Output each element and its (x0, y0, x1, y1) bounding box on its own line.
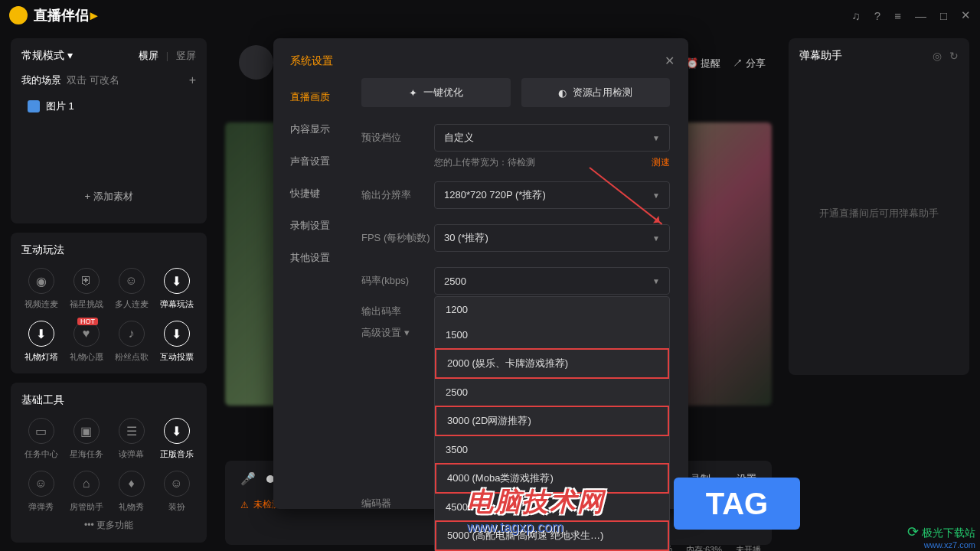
titlebar-controls: ♫ ? ≡ — □ ✕ (852, 8, 971, 22)
bitrate-dropdown: 120015002000 (娱乐、卡牌游戏推荐)25003000 (2D网游推荐… (434, 296, 670, 551)
bitrate-option[interactable]: 4000 (Moba类游戏推荐) (435, 463, 669, 494)
orientation-tabs: 横屏 | 竖屏 (134, 49, 196, 63)
bitrate-option[interactable]: 2500 (435, 380, 669, 405)
tool-label: 多人连麦 (115, 298, 149, 310)
app-logo: 直播伴侣 ▸ (9, 6, 97, 24)
bitrate-option[interactable]: 3500 (435, 437, 669, 462)
modal-title: 系统设置 (290, 54, 333, 68)
share-button[interactable]: ↗ 分享 (733, 57, 766, 70)
tool-label: 礼物灯塔 (24, 351, 58, 363)
bitrate-select[interactable]: 2500▼ (434, 267, 670, 295)
menu-icon[interactable]: ≡ (894, 9, 901, 22)
caret-icon: ▼ (652, 134, 660, 142)
interact-title: 互动玩法 (21, 243, 196, 257)
resolution-select[interactable]: 980*551 720P (*推荐)▼ (434, 181, 670, 209)
tool-多人连麦[interactable]: ☺多人连麦 (112, 268, 151, 310)
bitrate-option[interactable]: 4500 (435, 494, 669, 520)
scene-item-label: 图片 1 (46, 99, 74, 113)
more-functions[interactable]: ••• 更多功能 (21, 513, 196, 532)
tool-icon: ♪ (119, 321, 145, 347)
tool-礼物心愿[interactable]: ♥礼物心愿HOT (67, 321, 106, 363)
tool-互动投票[interactable]: ⬇互动投票 (157, 321, 196, 363)
basic-tools-panel: 基础工具 ▭任务中心▣星海任务☰读弹幕⬇正版音乐☺弹弹秀⌂房管助手♦礼物秀☺装扮… (11, 383, 207, 543)
help-icon[interactable]: ? (874, 9, 880, 22)
fps-select[interactable]: 30 (*推荐)▼ (434, 224, 670, 252)
bitrate-option[interactable]: 3000 (2D网游推荐) (435, 406, 669, 436)
tool-label: 装扮 (168, 501, 185, 513)
status-state: 未开播 (736, 544, 761, 551)
tool-icon: ☺ (119, 268, 145, 294)
resolution-label: 输出分辨率 (361, 188, 434, 202)
preset-select[interactable]: 自定义▼ (434, 124, 670, 152)
tool-读弹幕[interactable]: ☰读弹幕 (112, 418, 151, 460)
tool-星海任务[interactable]: ▣星海任务 (67, 418, 106, 460)
settings-modal: 系统设置 ✕ 直播画质内容显示声音设置快捷键录制设置其他设置 ✦一键优化 ◐资源… (273, 38, 688, 509)
modal-tab-0[interactable]: 直播画质 (273, 81, 361, 113)
tool-视频连麦[interactable]: ◉视频连麦 (21, 268, 60, 310)
tool-正版音乐[interactable]: ⬇正版音乐 (157, 418, 196, 460)
remind-button[interactable]: ⏰ 提醒 (686, 57, 721, 70)
mic-icon[interactable]: 🎤 (240, 471, 256, 486)
add-scene-button[interactable]: + (189, 73, 196, 87)
refresh-icon[interactable]: ↻ (949, 50, 959, 62)
mode-title[interactable]: 常规模式 ▾ (21, 49, 73, 63)
tool-弹弹秀[interactable]: ☺弹弹秀 (21, 471, 60, 513)
tool-icon: ⬇ (164, 418, 190, 444)
tool-label: 弹弹秀 (28, 501, 54, 513)
optimize-button[interactable]: ✦一键优化 (361, 78, 511, 107)
bitrate-option[interactable]: 5000 (高配电脑 高网速 绝地求生…) (435, 520, 669, 551)
danmu-title: 弹幕助手 (799, 49, 842, 63)
gauge-icon: ◐ (558, 87, 567, 99)
encoder-label: 编码器 (361, 497, 434, 510)
tool-弹幕玩法[interactable]: ⬇弹幕玩法 (157, 268, 196, 310)
tool-福星挑战[interactable]: ⛨福星挑战 (67, 268, 106, 310)
tool-礼物秀[interactable]: ♦礼物秀 (112, 471, 151, 513)
modal-tab-3[interactable]: 快捷键 (273, 178, 361, 210)
hot-badge: HOT (77, 318, 98, 325)
tool-icon: ⛨ (74, 268, 100, 294)
avatar[interactable] (239, 45, 273, 80)
output-bitrate-label: 输出码率 (361, 305, 434, 318)
resource-check-button[interactable]: ◐资源占用检测 (521, 78, 671, 107)
scene-item[interactable]: 图片 1 (21, 93, 196, 119)
watermark-jg: ⟳ 极光下载站 www.xz7.com (907, 523, 975, 549)
caret-icon: ▼ (652, 234, 660, 243)
tool-礼物灯塔[interactable]: ⬇礼物灯塔 (21, 321, 60, 363)
magic-icon: ✦ (409, 87, 417, 99)
caret-icon: ▼ (652, 191, 660, 200)
bitrate-option[interactable]: 2000 (娱乐、卡牌游戏推荐) (435, 348, 669, 379)
tab-portrait[interactable]: 竖屏 (176, 50, 196, 61)
speed-test-link[interactable]: 测速 (652, 156, 670, 169)
watermark-tag: TAG (674, 478, 800, 530)
scene-panel: 常规模式 ▾ 横屏 | 竖屏 我的场景 双击 可改名 + 图片 1 + 添加素材 (11, 38, 207, 223)
modal-tab-5[interactable]: 其他设置 (273, 242, 361, 274)
advanced-label[interactable]: 高级设置 ▾ (361, 326, 434, 340)
tool-粉丝点歌[interactable]: ♪粉丝点歌 (112, 321, 151, 363)
tool-icon: ☺ (28, 471, 54, 497)
modal-tab-1[interactable]: 内容显示 (273, 113, 361, 145)
tool-icon: ◉ (28, 268, 54, 294)
logo-icon (9, 6, 28, 24)
tool-icon: ♦ (119, 471, 145, 497)
headset-icon[interactable]: ♫ (852, 9, 861, 22)
maximize-icon[interactable]: □ (940, 9, 947, 22)
image-icon (28, 100, 40, 112)
tool-装扮[interactable]: ☺装扮 (157, 471, 196, 513)
target-icon[interactable]: ◎ (933, 50, 942, 62)
bitrate-option[interactable]: 1200 (435, 297, 669, 322)
add-material-button[interactable]: + 添加素材 (21, 181, 196, 213)
my-scene-label: 我的场景 双击 可改名 (21, 73, 119, 87)
close-icon[interactable]: ✕ (961, 8, 971, 22)
tool-任务中心[interactable]: ▭任务中心 (21, 418, 60, 460)
bitrate-option[interactable]: 1500 (435, 322, 669, 347)
tool-icon: ⬇ (164, 321, 190, 347)
tool-房管助手[interactable]: ⌂房管助手 (67, 471, 106, 513)
app-title: 直播伴侣 (34, 6, 89, 24)
bandwidth-hint: 您的上传带宽为：待检测 (434, 156, 535, 169)
minimize-icon[interactable]: — (915, 9, 926, 22)
fps-label: FPS (每秒帧数) (361, 231, 434, 245)
tab-landscape[interactable]: 横屏 (139, 50, 158, 61)
tool-label: 福星挑战 (70, 298, 103, 310)
modal-tab-2[interactable]: 声音设置 (273, 145, 361, 178)
modal-tab-4[interactable]: 录制设置 (273, 210, 361, 242)
